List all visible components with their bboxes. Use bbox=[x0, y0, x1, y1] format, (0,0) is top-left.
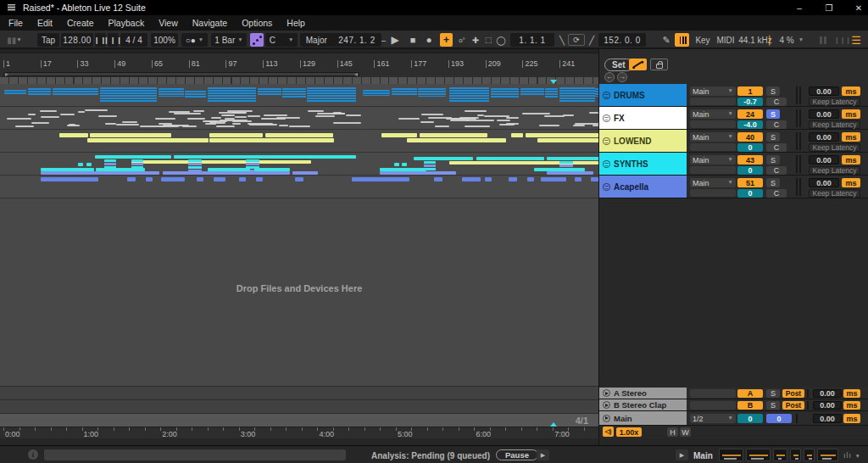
clip-thumbnail[interactable] bbox=[790, 449, 801, 461]
return-delay-field[interactable]: 0.00 bbox=[813, 401, 842, 410]
track-delay-field[interactable]: 0.00 bbox=[809, 86, 839, 96]
track-delay-field[interactable]: 0.00 bbox=[809, 155, 839, 165]
main-track-name-cell[interactable]: Main bbox=[599, 411, 687, 425]
track-crossfade-button[interactable]: C bbox=[766, 166, 787, 175]
cpu-menu-caret[interactable]: ▼ bbox=[798, 33, 804, 47]
track-gain-field[interactable]: 0 bbox=[737, 189, 763, 198]
insert-marker-bottom[interactable] bbox=[550, 422, 557, 427]
preview-play-button[interactable]: ▶ bbox=[676, 449, 688, 460]
clip-lane-fx[interactable] bbox=[0, 107, 598, 130]
loop-length-field[interactable]: 152. 0. 0 bbox=[598, 33, 646, 47]
track-fold-icon[interactable] bbox=[603, 92, 610, 99]
groove-amount-field[interactable]: 100% bbox=[151, 33, 178, 47]
track-gain-field[interactable]: 0 bbox=[737, 143, 763, 152]
time-signature-field[interactable]: 4 / 4 bbox=[120, 33, 147, 47]
main-pan-field[interactable]: 0 bbox=[766, 414, 792, 423]
menu-edit[interactable]: Edit bbox=[37, 18, 53, 28]
keep-latency-button[interactable]: Keep Latency bbox=[809, 166, 860, 175]
track-routing-menu[interactable]: Main▼ bbox=[690, 155, 736, 165]
track-gain-field[interactable]: -4.0 bbox=[737, 120, 763, 129]
tempo-field[interactable]: 128.00 bbox=[61, 33, 93, 47]
midi-map-button[interactable]: MIDI bbox=[715, 33, 737, 47]
track-routing-menu[interactable]: Main▼ bbox=[690, 132, 736, 142]
menu-navigate[interactable]: Navigate bbox=[192, 18, 227, 28]
track-header-drums[interactable]: DRUMSMain▼1S-0.7C0.00msKeep Latency bbox=[599, 84, 868, 107]
main-level-field[interactable]: 0 bbox=[737, 414, 763, 423]
loop-brace[interactable] bbox=[3, 72, 359, 76]
track-gain-field[interactable]: -0.7 bbox=[737, 98, 763, 106]
track-input-field[interactable]: 24 bbox=[737, 109, 763, 119]
main-routing-menu[interactable]: 1/2▼ bbox=[690, 414, 736, 423]
track-name-cell[interactable]: Acapella bbox=[599, 176, 687, 198]
menu-help[interactable]: Help bbox=[287, 18, 305, 28]
keep-latency-button[interactable]: Keep Latency bbox=[809, 120, 860, 129]
clip-thumbnail[interactable] bbox=[719, 449, 743, 461]
width-zoom-button[interactable]: W bbox=[680, 427, 691, 437]
clip-thumbnail[interactable] bbox=[746, 449, 771, 461]
clip-lane-lowend[interactable] bbox=[0, 130, 598, 153]
draw-mode-icon[interactable]: ✎ bbox=[659, 33, 673, 47]
clip-lane-drums[interactable] bbox=[0, 84, 598, 107]
keep-latency-button[interactable]: Keep Latency bbox=[809, 98, 860, 106]
menu-view[interactable]: View bbox=[159, 18, 178, 28]
track-delay-unit[interactable]: ms bbox=[842, 178, 860, 187]
tap-tempo-button[interactable]: Tap bbox=[37, 33, 59, 47]
return-send-field[interactable]: A bbox=[737, 389, 763, 398]
grip-handle[interactable]: ❙❙❙ bbox=[837, 33, 848, 47]
track-header-synths[interactable]: SYNTHSMain▼43S0C0.00msKeep Latency bbox=[599, 153, 868, 176]
playback-speed-field[interactable]: 1.00x bbox=[616, 427, 642, 437]
keep-latency-button[interactable]: Keep Latency bbox=[809, 189, 860, 198]
loop-selection-icon[interactable]: ⬚ bbox=[482, 33, 494, 47]
height-zoom-button[interactable]: H bbox=[667, 427, 678, 437]
track-input-field[interactable]: 43 bbox=[737, 155, 763, 165]
punch-out-icon[interactable]: ╱ bbox=[587, 33, 597, 47]
return-b-name-cell[interactable]: B Stereo Clap bbox=[599, 399, 687, 410]
main-delay-unit[interactable]: ms bbox=[843, 414, 860, 423]
automation-mode-button[interactable] bbox=[629, 59, 647, 70]
track-routing-menu[interactable]: Main▼ bbox=[690, 178, 736, 187]
track-fold-icon[interactable] bbox=[603, 137, 610, 145]
track-input-field[interactable]: 40 bbox=[737, 132, 763, 142]
track-solo-button[interactable]: S bbox=[766, 86, 780, 96]
forward-arrow-button[interactable]: → bbox=[617, 72, 627, 82]
beat-time-ruler[interactable]: 1173349658197113129145161177193209225241 bbox=[0, 53, 598, 71]
fold-play-icon[interactable] bbox=[603, 415, 610, 422]
return-tap-button[interactable]: Post bbox=[782, 389, 804, 398]
loop-toggle[interactable]: ⟳ bbox=[568, 34, 585, 46]
track-input-field[interactable]: 1 bbox=[737, 86, 763, 96]
key-map-button[interactable]: Key bbox=[693, 33, 713, 47]
return-send-field[interactable]: B bbox=[737, 401, 763, 410]
capture-midi-icon[interactable]: ✚ bbox=[470, 33, 481, 47]
return-a-name-cell[interactable]: A Stereo bbox=[599, 388, 687, 399]
punch-in-icon[interactable]: ╲ bbox=[557, 33, 567, 47]
track-delay-unit[interactable]: ms bbox=[842, 86, 860, 96]
nudge-up-button[interactable]: ❙❙❙ bbox=[108, 33, 119, 47]
track-header-fx[interactable]: FXMain▼24S-4.0C0.00msKeep Latency bbox=[599, 107, 868, 130]
track-delay-field[interactable]: 0.00 bbox=[809, 178, 839, 187]
quantization-menu[interactable]: 1 Bar▼ bbox=[211, 33, 247, 47]
track-crossfade-button[interactable]: C bbox=[766, 189, 787, 198]
track-fold-icon[interactable] bbox=[603, 160, 610, 168]
minimize-button[interactable]: – bbox=[787, 0, 812, 15]
track-name-cell[interactable]: SYNTHS bbox=[599, 153, 687, 175]
track-delay-field[interactable]: 0.00 bbox=[809, 132, 839, 142]
track-solo-button[interactable]: S bbox=[766, 109, 780, 119]
track-crossfade-button[interactable]: C bbox=[766, 143, 787, 152]
preview-speaker-icon[interactable]: ◁) bbox=[603, 427, 614, 437]
track-solo-button[interactable]: S bbox=[766, 178, 780, 187]
track-name-cell[interactable]: DRUMS bbox=[599, 84, 687, 106]
track-crossfade-button[interactable]: C bbox=[766, 98, 787, 106]
return-delay-unit[interactable]: ms bbox=[843, 389, 860, 398]
punch-icon[interactable]: ◯ bbox=[495, 33, 507, 47]
clip-thumbnail[interactable] bbox=[817, 449, 838, 461]
track-delay-unit[interactable]: ms bbox=[842, 155, 860, 165]
computer-midi-keyboard-toggle[interactable] bbox=[675, 33, 689, 47]
track-routing-menu[interactable]: Main▼ bbox=[690, 109, 736, 119]
track-crossfade-button[interactable]: C bbox=[766, 120, 787, 129]
loop-start-field[interactable]: 1. 1. 1 bbox=[510, 33, 554, 47]
time-ruler[interactable]: 0:001:002:003:004:005:006:007:00 bbox=[0, 427, 598, 438]
track-fold-icon[interactable] bbox=[603, 183, 610, 191]
analysis-step-button[interactable]: ▶ bbox=[537, 449, 549, 460]
track-input-field[interactable]: 51 bbox=[737, 178, 763, 187]
return-delay-field[interactable]: 0.00 bbox=[813, 389, 842, 398]
